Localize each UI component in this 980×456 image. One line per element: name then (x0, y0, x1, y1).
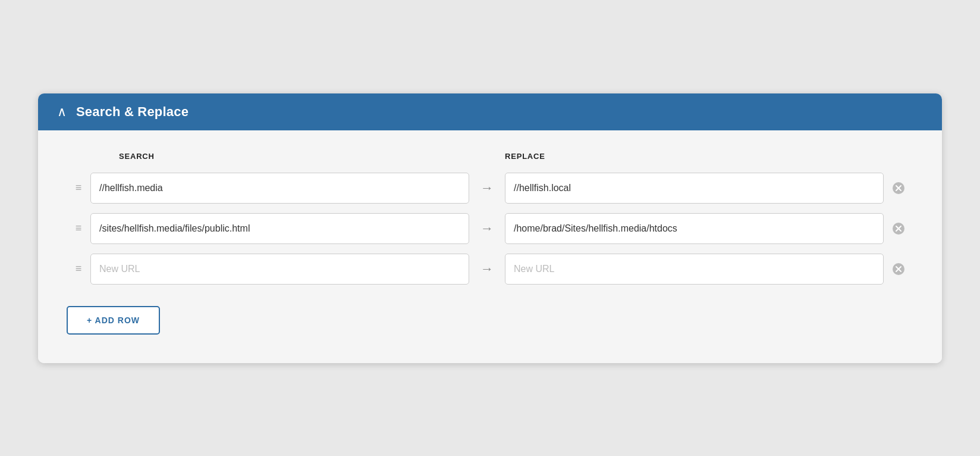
delete-col-2 (884, 220, 913, 238)
table-row: ≡ → (67, 213, 913, 244)
panel-body: SEARCH REPLACE ≡ → (38, 130, 942, 363)
close-circle-icon (892, 263, 905, 276)
delete-col-1 (884, 179, 913, 197)
search-input-1[interactable] (90, 173, 469, 204)
search-replace-panel: ∧ Search & Replace SEARCH REPLACE ≡ → (38, 93, 942, 363)
panel-title: Search & Replace (76, 104, 189, 120)
drag-handle-icon[interactable]: ≡ (67, 222, 90, 235)
arrow-icon-1: → (469, 180, 505, 196)
close-circle-icon (892, 182, 905, 195)
arrow-icon-2: → (469, 221, 505, 236)
arrow-icon-3: → (469, 261, 505, 277)
panel-header: ∧ Search & Replace (38, 93, 942, 130)
delete-col-3 (884, 260, 913, 278)
search-input-2[interactable] (90, 213, 469, 244)
delete-button-3[interactable] (890, 260, 907, 278)
add-row-button[interactable]: + ADD ROW (67, 306, 160, 335)
search-column-label: SEARCH (90, 152, 469, 161)
replace-column-label: REPLACE (505, 152, 884, 161)
drag-handle-icon[interactable]: ≡ (67, 182, 90, 194)
column-headers: SEARCH REPLACE (67, 152, 913, 170)
delete-button-1[interactable] (890, 179, 907, 197)
delete-button-2[interactable] (890, 220, 907, 238)
close-circle-icon (892, 222, 905, 235)
replace-input-1[interactable] (505, 173, 884, 204)
table-row: ≡ → (67, 254, 913, 285)
search-input-3[interactable] (90, 254, 469, 285)
collapse-icon[interactable]: ∧ (57, 105, 67, 118)
drag-handle-icon[interactable]: ≡ (67, 263, 90, 275)
replace-input-3[interactable] (505, 254, 884, 285)
replace-input-2[interactable] (505, 213, 884, 244)
table-row: ≡ → (67, 173, 913, 204)
